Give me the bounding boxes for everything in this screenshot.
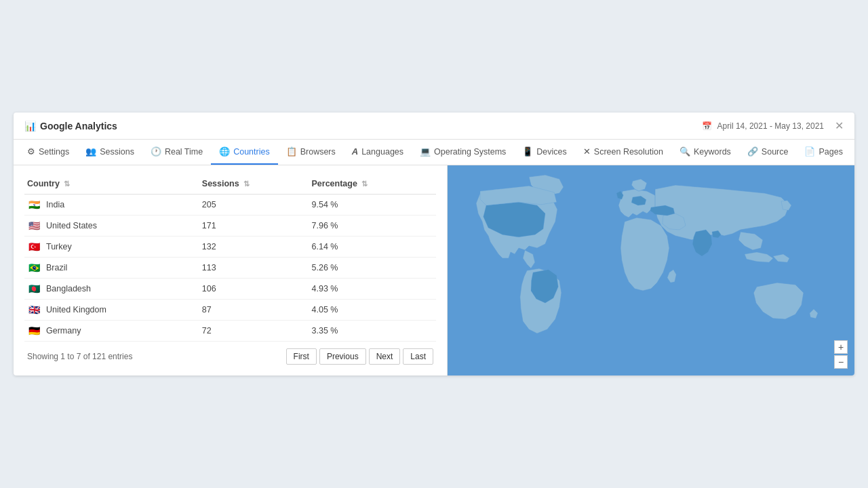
- sort-country-icon: ⇅: [64, 180, 70, 188]
- table-section: Country ⇅ Sessions ⇅ Percentage ⇅ 🇮🇳: [14, 165, 448, 375]
- zoom-in-button[interactable]: +: [834, 340, 848, 354]
- tab-os[interactable]: 💻 Operating Systems: [412, 140, 514, 165]
- nav-tabs: ⚙ Settings 👥 Sessions 🕐 Real Time 🌐 Coun…: [14, 140, 854, 165]
- percentage-cell-4: 4.93 %: [309, 279, 437, 300]
- tab-pages-label: Pages: [818, 147, 842, 157]
- tab-screen-label: Screen Resolution: [594, 147, 663, 157]
- table-row: 🇬🇧 United Kingdom 87 4.05 %: [24, 300, 436, 321]
- first-button[interactable]: First: [286, 348, 317, 365]
- tab-os-label: Operating Systems: [434, 147, 506, 157]
- tab-sessions[interactable]: 👥 Sessions: [77, 140, 142, 165]
- country-cell-4: 🇧🇩 Bangladesh: [24, 279, 199, 300]
- percentage-cell-6: 3.35 %: [309, 321, 437, 342]
- tab-languages[interactable]: A Languages: [344, 140, 412, 165]
- source-icon: 🔗: [747, 146, 758, 157]
- col-percentage[interactable]: Percentage ⇅: [309, 174, 437, 195]
- previous-button[interactable]: Previous: [319, 348, 366, 365]
- analytics-card: 📊 Google Analytics 📅 April 14, 2021 - Ma…: [14, 113, 854, 375]
- zoom-out-button[interactable]: −: [834, 355, 848, 369]
- countries-table: Country ⇅ Sessions ⇅ Percentage ⇅ 🇮🇳: [24, 174, 436, 342]
- content-area: Country ⇅ Sessions ⇅ Percentage ⇅ 🇮🇳: [14, 165, 854, 375]
- flag-4: 🇧🇩: [27, 284, 41, 293]
- calendar-icon: 📅: [702, 121, 712, 131]
- languages-icon: A: [352, 146, 358, 157]
- tab-realtime-label: Real Time: [165, 147, 203, 157]
- table-row: 🇩🇪 Germany 72 3.35 %: [24, 321, 436, 342]
- pages-icon: 📄: [804, 146, 815, 157]
- tab-sessions-label: Sessions: [100, 147, 134, 157]
- os-icon: 💻: [420, 146, 431, 157]
- country-name-2: Turkey: [46, 242, 72, 251]
- flag-2: 🇹🇷: [27, 242, 41, 251]
- sort-percentage-icon: ⇅: [361, 180, 368, 188]
- tab-browsers-label: Browsers: [300, 147, 336, 157]
- flag-0: 🇮🇳: [27, 200, 41, 209]
- country-name-6: Germany: [46, 326, 81, 336]
- tab-realtime[interactable]: 🕐 Real Time: [142, 140, 211, 165]
- country-name-3: Brazil: [46, 263, 67, 272]
- date-range: April 14, 2021 - May 13, 2021: [717, 121, 824, 131]
- pagination-buttons: First Previous Next Last: [286, 348, 433, 365]
- percentage-cell-2: 6.14 %: [309, 237, 437, 258]
- sessions-cell-3: 113: [199, 258, 309, 279]
- country-cell-5: 🇬🇧 United Kingdom: [24, 300, 199, 321]
- close-button[interactable]: ✕: [835, 119, 844, 132]
- tab-screen[interactable]: ✕ Screen Resolution: [575, 140, 671, 165]
- tab-browsers[interactable]: 📋 Browsers: [278, 140, 344, 165]
- country-cell-0: 🇮🇳 India: [24, 195, 199, 216]
- flag-3: 🇧🇷: [27, 263, 41, 272]
- countries-icon: 🌐: [219, 146, 230, 157]
- map-section: + −: [448, 165, 854, 375]
- card-meta: 📅 April 14, 2021 - May 13, 2021 ✕: [702, 119, 844, 132]
- screen-icon: ✕: [583, 146, 591, 157]
- country-name-0: India: [46, 200, 64, 209]
- flag-5: 🇬🇧: [27, 305, 41, 314]
- devices-icon: 📱: [522, 146, 533, 157]
- table-row: 🇮🇳 India 205 9.54 %: [24, 195, 436, 216]
- flag-6: 🇩🇪: [27, 326, 41, 336]
- browsers-icon: 📋: [286, 146, 297, 157]
- tab-pages[interactable]: 📄 Pages: [796, 140, 850, 165]
- tab-languages-label: Languages: [361, 147, 403, 157]
- sessions-cell-2: 132: [199, 237, 309, 258]
- world-map: + −: [448, 165, 854, 375]
- keywords-icon: 🔍: [679, 146, 690, 157]
- sessions-cell-6: 72: [199, 321, 309, 342]
- last-button[interactable]: Last: [403, 348, 433, 365]
- analytics-icon: 📊: [24, 121, 36, 131]
- tab-source-label: Source: [762, 147, 789, 157]
- percentage-cell-1: 7.96 %: [309, 216, 437, 237]
- percentage-cell-0: 9.54 %: [309, 195, 437, 216]
- card-header: 📊 Google Analytics 📅 April 14, 2021 - Ma…: [14, 113, 854, 140]
- showing-text: Showing 1 to 7 of 121 entries: [27, 352, 132, 361]
- percentage-cell-3: 5.26 %: [309, 258, 437, 279]
- col-country[interactable]: Country ⇅: [24, 174, 199, 195]
- table-row: 🇧🇷 Brazil 113 5.26 %: [24, 258, 436, 279]
- table-row: 🇺🇸 United States 171 7.96 %: [24, 216, 436, 237]
- sessions-icon: 👥: [85, 146, 96, 157]
- map-svg: [448, 165, 854, 375]
- tab-keywords[interactable]: 🔍 Keywords: [671, 140, 739, 165]
- table-row: 🇧🇩 Bangladesh 106 4.93 %: [24, 279, 436, 300]
- percentage-cell-5: 4.05 %: [309, 300, 437, 321]
- sessions-cell-1: 171: [199, 216, 309, 237]
- card-title: 📊 Google Analytics: [24, 121, 117, 131]
- app-title: Google Analytics: [40, 121, 117, 131]
- tab-settings[interactable]: ⚙ Settings: [19, 140, 77, 165]
- sessions-cell-0: 205: [199, 195, 309, 216]
- country-cell-3: 🇧🇷 Brazil: [24, 258, 199, 279]
- country-cell-1: 🇺🇸 United States: [24, 216, 199, 237]
- map-zoom-controls: + −: [834, 340, 848, 369]
- country-name-4: Bangladesh: [46, 284, 91, 293]
- country-cell-6: 🇩🇪 Germany: [24, 321, 199, 342]
- flag-1: 🇺🇸: [27, 221, 41, 230]
- tab-countries[interactable]: 🌐 Countries: [211, 140, 278, 165]
- sort-sessions-icon: ⇅: [243, 180, 250, 188]
- tab-countries-label: Countries: [233, 147, 270, 157]
- col-sessions[interactable]: Sessions ⇅: [199, 174, 309, 195]
- tab-source[interactable]: 🔗 Source: [739, 140, 797, 165]
- settings-icon: ⚙: [27, 146, 35, 157]
- table-row: 🇹🇷 Turkey 132 6.14 %: [24, 237, 436, 258]
- next-button[interactable]: Next: [369, 348, 401, 365]
- tab-devices[interactable]: 📱 Devices: [514, 140, 574, 165]
